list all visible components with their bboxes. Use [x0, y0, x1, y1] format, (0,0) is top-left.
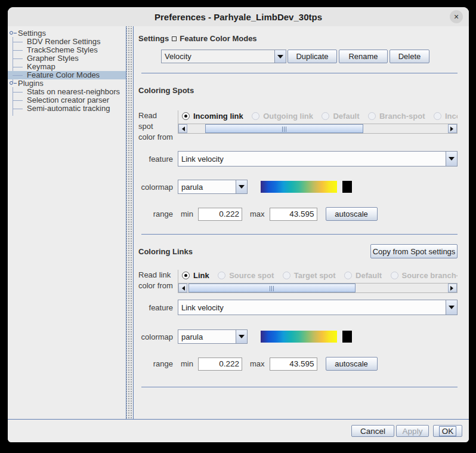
- spot-max-field[interactable]: [270, 208, 317, 221]
- radio-incoming-branch[interactable]: Incoming b: [434, 112, 458, 121]
- spot-feature-value: Link velocity: [178, 152, 446, 166]
- read-spot-color-label: Read spotcolor from: [138, 110, 173, 143]
- tree-node-grapher-styles[interactable]: Grapher Styles: [8, 54, 126, 63]
- tree-node-selection-creator-parser[interactable]: Selection creator parser: [8, 96, 126, 104]
- tree-node-label: Settings: [18, 29, 46, 38]
- spot-autoscale-button[interactable]: autoscale: [326, 207, 378, 221]
- radio-icon: [322, 112, 329, 120]
- tree-expand-handle-icon[interactable]: [10, 31, 13, 35]
- link-feature-value: Link velocity: [178, 300, 446, 315]
- feature-label: feature: [138, 300, 173, 315]
- colormap-gradient-preview: [261, 181, 337, 193]
- radio-icon: [368, 112, 376, 120]
- separator: [141, 73, 458, 73]
- grip-icon: [270, 286, 275, 291]
- delete-button[interactable]: Delete: [390, 50, 429, 63]
- radio-icon: [391, 272, 398, 279]
- window-title: Preferences - Parhyale_LimbDev_30tps: [154, 12, 322, 22]
- radio-default[interactable]: Default: [322, 112, 359, 121]
- radio-icon: [182, 272, 190, 279]
- scroll-left-icon[interactable]: [178, 283, 187, 292]
- link-feature-select[interactable]: Link velocity: [178, 300, 458, 315]
- dialog-button-bar: Cancel Apply OK: [8, 419, 469, 442]
- radio-icon: [283, 272, 290, 279]
- radio-source-branch-spot[interactable]: Source branch-spot: [391, 271, 458, 280]
- radio-icon: [434, 112, 441, 120]
- tree-node-label: Plugins: [18, 79, 44, 88]
- chevron-down-icon[interactable]: [236, 330, 247, 343]
- tree-node-feature-color-modes[interactable]: Feature Color Modes: [8, 71, 126, 79]
- tree-node-bdv-render-settings[interactable]: BDV Render Settings: [8, 38, 126, 46]
- link-max-field[interactable]: [270, 358, 317, 371]
- tree-node-label: Selection creator parser: [27, 95, 109, 104]
- tree-node-plugins[interactable]: Plugins: [8, 79, 126, 88]
- scrollbar-thumb[interactable]: [188, 283, 356, 292]
- nan-color-swatch: [342, 331, 352, 343]
- coloring-links-title: Coloring Links: [138, 247, 193, 256]
- apply-button[interactable]: Apply: [396, 425, 429, 437]
- tree-node-keymap[interactable]: Keymap: [8, 63, 126, 71]
- scroll-right-icon[interactable]: [448, 124, 457, 133]
- radio-branch-spot[interactable]: Branch-spot: [368, 112, 425, 121]
- radio-target-spot[interactable]: Target spot: [283, 271, 336, 280]
- separator: [141, 234, 458, 235]
- scroll-right-icon[interactable]: [448, 283, 457, 292]
- colormap-gradient-preview: [261, 331, 337, 343]
- tree-node-stats-nearest-neighbors[interactable]: Stats on nearest-neighbors: [8, 88, 126, 96]
- radio-default[interactable]: Default: [344, 271, 382, 280]
- chevron-down-icon[interactable]: [274, 50, 286, 63]
- tree-node-settings[interactable]: Settings: [8, 29, 126, 38]
- close-icon: ×: [454, 12, 459, 21]
- radio-icon: [344, 272, 352, 279]
- ok-button[interactable]: OK: [433, 425, 462, 437]
- close-button[interactable]: ×: [450, 10, 463, 23]
- color-mode-select[interactable]: Velocity: [161, 50, 286, 63]
- colormap-label: colormap: [138, 183, 173, 192]
- chevron-down-icon[interactable]: [446, 300, 457, 315]
- tree-node-label: TrackScheme Styles: [27, 45, 98, 54]
- spot-feature-select[interactable]: Link velocity: [178, 151, 458, 167]
- tree-expand-handle-icon[interactable]: [10, 81, 13, 85]
- split-pane-divider[interactable]: [126, 26, 134, 419]
- radio-incoming-link[interactable]: Incoming link: [182, 112, 243, 121]
- scrollbar-thumb[interactable]: [205, 124, 363, 133]
- preferences-dialog: Preferences - Parhyale_LimbDev_30tps × S…: [8, 7, 469, 442]
- tree-node-label: Keymap: [27, 62, 55, 71]
- tree-node-label: BDV Render Settings: [27, 37, 101, 46]
- radio-icon: [218, 272, 225, 279]
- link-autoscale-button[interactable]: autoscale: [326, 357, 378, 371]
- rename-button[interactable]: Rename: [339, 50, 388, 63]
- spot-min-field[interactable]: [198, 208, 242, 221]
- radio-outgoing-link[interactable]: Outgoing link: [252, 112, 313, 121]
- chevron-down-icon[interactable]: [236, 180, 247, 193]
- chevron-down-icon[interactable]: [446, 152, 457, 166]
- copy-from-spot-settings-button[interactable]: Copy from Spot settings: [370, 244, 458, 258]
- tree-node-label: Grapher Styles: [27, 54, 79, 63]
- spot-radios-scrollbar[interactable]: [178, 124, 458, 134]
- duplicate-button[interactable]: Duplicate: [288, 50, 337, 63]
- colormap-label: colormap: [138, 332, 173, 341]
- cancel-button[interactable]: Cancel: [351, 425, 394, 437]
- radio-icon: [252, 112, 259, 120]
- radio-icon: [182, 112, 190, 120]
- tree-node-semi-automatic-tracking[interactable]: Semi-automatic tracking: [8, 104, 126, 113]
- radio-source-spot[interactable]: Source spot: [218, 271, 274, 280]
- color-mode-value: Velocity: [162, 50, 274, 63]
- feature-color-modes-panel: Settings Feature Color Modes Velocity Du…: [134, 26, 469, 419]
- link-radios-scrollbar[interactable]: [178, 283, 458, 293]
- tree-node-label: Feature Color Modes: [27, 70, 100, 79]
- min-label: min: [181, 209, 193, 218]
- spot-colormap-select[interactable]: parula: [178, 180, 248, 194]
- radio-link[interactable]: Link: [182, 271, 209, 280]
- link-colormap-select[interactable]: parula: [178, 329, 248, 344]
- scroll-left-icon[interactable]: [178, 124, 187, 133]
- breadcrumb-settings: Settings: [138, 34, 169, 43]
- separator: [141, 387, 458, 387]
- ok-button-label: OK: [439, 426, 457, 436]
- link-min-field[interactable]: [198, 358, 242, 371]
- min-label: min: [181, 359, 193, 368]
- spot-colormap-value: parula: [178, 180, 236, 193]
- tree-node-trackscheme-styles[interactable]: TrackScheme Styles: [8, 46, 126, 54]
- link-colormap-value: parula: [178, 330, 236, 343]
- max-label: max: [250, 359, 265, 368]
